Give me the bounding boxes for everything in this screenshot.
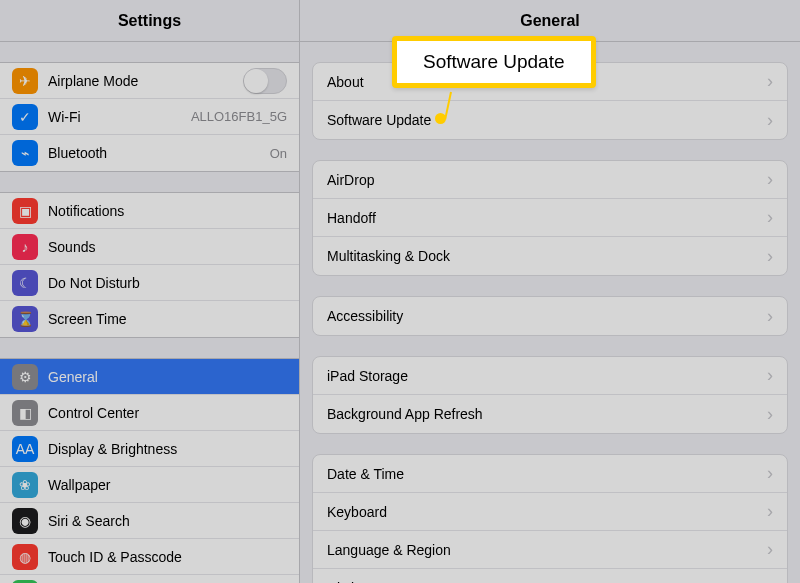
detail-group: Date & Time›Keyboard›Language & Region›D… bbox=[312, 454, 788, 583]
sidebar-item-screen-time[interactable]: ⌛Screen Time bbox=[0, 301, 299, 337]
sidebar-item-general[interactable]: ⚙General bbox=[0, 359, 299, 395]
sidebar-item-label: Airplane Mode bbox=[48, 73, 243, 89]
sidebar-item-detail: On bbox=[270, 146, 287, 161]
display-icon: AA bbox=[12, 436, 38, 462]
sidebar-title: Settings bbox=[0, 0, 299, 42]
chevron-right-icon: › bbox=[767, 539, 773, 560]
sidebar-item-label: Wallpaper bbox=[48, 477, 287, 493]
sidebar-item-touch-id-passcode[interactable]: ◍Touch ID & Passcode bbox=[0, 539, 299, 575]
detail-groups: About›Software Update›AirDrop›Handoff›Mu… bbox=[300, 62, 800, 583]
settings-sidebar: Settings ✈Airplane Mode✓Wi-FiALLO16FB1_5… bbox=[0, 0, 300, 583]
detail-row-label: iPad Storage bbox=[327, 368, 767, 384]
sidebar-item-sounds[interactable]: ♪Sounds bbox=[0, 229, 299, 265]
touchid-icon: ◍ bbox=[12, 544, 38, 570]
chevron-right-icon: › bbox=[767, 365, 773, 386]
chevron-right-icon: › bbox=[767, 463, 773, 484]
detail-row-keyboard[interactable]: Keyboard› bbox=[313, 493, 787, 531]
callout-software-update: Software Update bbox=[392, 36, 596, 88]
detail-group: iPad Storage›Background App Refresh› bbox=[312, 356, 788, 434]
detail-row-dictionary[interactable]: Dictionary› bbox=[313, 569, 787, 583]
screentime-icon: ⌛ bbox=[12, 306, 38, 332]
bluetooth-icon: ⌁ bbox=[12, 140, 38, 166]
sidebar-item-notifications[interactable]: ▣Notifications bbox=[0, 193, 299, 229]
sidebar-item-label: Touch ID & Passcode bbox=[48, 549, 287, 565]
chevron-right-icon: › bbox=[767, 404, 773, 425]
sidebar-item-label: Notifications bbox=[48, 203, 287, 219]
sidebar-item-display-brightness[interactable]: AADisplay & Brightness bbox=[0, 431, 299, 467]
airplane-icon: ✈ bbox=[12, 68, 38, 94]
sidebar-item-label: Wi-Fi bbox=[48, 109, 185, 125]
airplane-mode-toggle[interactable] bbox=[243, 68, 287, 94]
sidebar-item-label: Display & Brightness bbox=[48, 441, 287, 457]
sidebar-item-airplane-mode[interactable]: ✈Airplane Mode bbox=[0, 63, 299, 99]
general-icon: ⚙ bbox=[12, 364, 38, 390]
chevron-right-icon: › bbox=[767, 207, 773, 228]
sidebar-group: ⚙General◧Control CenterAADisplay & Brigh… bbox=[0, 358, 299, 583]
sidebar-item-siri-search[interactable]: ◉Siri & Search bbox=[0, 503, 299, 539]
sidebar-item-label: Bluetooth bbox=[48, 145, 264, 161]
siri-icon: ◉ bbox=[12, 508, 38, 534]
wallpaper-icon: ❀ bbox=[12, 472, 38, 498]
detail-row-software-update[interactable]: Software Update› bbox=[313, 101, 787, 139]
chevron-right-icon: › bbox=[767, 169, 773, 190]
sidebar-item-battery[interactable]: ▮Battery bbox=[0, 575, 299, 583]
chevron-right-icon: › bbox=[767, 578, 773, 584]
sidebar-group: ▣Notifications♪Sounds☾Do Not Disturb⌛Scr… bbox=[0, 192, 299, 338]
detail-row-label: Multitasking & Dock bbox=[327, 248, 767, 264]
detail-row-label: Language & Region bbox=[327, 542, 767, 558]
sidebar-item-wi-fi[interactable]: ✓Wi-FiALLO16FB1_5G bbox=[0, 99, 299, 135]
notifications-icon: ▣ bbox=[12, 198, 38, 224]
detail-row-label: Keyboard bbox=[327, 504, 767, 520]
detail-row-ipad-storage[interactable]: iPad Storage› bbox=[313, 357, 787, 395]
detail-row-airdrop[interactable]: AirDrop› bbox=[313, 161, 787, 199]
callout-pointer-dot bbox=[435, 113, 446, 124]
callout-label: Software Update bbox=[423, 51, 565, 72]
detail-row-label: Date & Time bbox=[327, 466, 767, 482]
detail-row-accessibility[interactable]: Accessibility› bbox=[313, 297, 787, 335]
sounds-icon: ♪ bbox=[12, 234, 38, 260]
detail-row-multitasking-dock[interactable]: Multitasking & Dock› bbox=[313, 237, 787, 275]
sidebar-item-control-center[interactable]: ◧Control Center bbox=[0, 395, 299, 431]
sidebar-item-label: Sounds bbox=[48, 239, 287, 255]
sidebar-item-label: Control Center bbox=[48, 405, 287, 421]
sidebar-item-wallpaper[interactable]: ❀Wallpaper bbox=[0, 467, 299, 503]
chevron-right-icon: › bbox=[767, 501, 773, 522]
chevron-right-icon: › bbox=[767, 246, 773, 267]
detail-row-label: AirDrop bbox=[327, 172, 767, 188]
detail-row-handoff[interactable]: Handoff› bbox=[313, 199, 787, 237]
chevron-right-icon: › bbox=[767, 71, 773, 92]
detail-row-label: Background App Refresh bbox=[327, 406, 767, 422]
sidebar-item-bluetooth[interactable]: ⌁BluetoothOn bbox=[0, 135, 299, 171]
detail-group: AirDrop›Handoff›Multitasking & Dock› bbox=[312, 160, 788, 276]
sidebar-item-label: Siri & Search bbox=[48, 513, 287, 529]
dnd-icon: ☾ bbox=[12, 270, 38, 296]
detail-row-date-time[interactable]: Date & Time› bbox=[313, 455, 787, 493]
sidebar-item-do-not-disturb[interactable]: ☾Do Not Disturb bbox=[0, 265, 299, 301]
detail-row-label: Software Update bbox=[327, 112, 767, 128]
controlcenter-icon: ◧ bbox=[12, 400, 38, 426]
settings-screen: Settings ✈Airplane Mode✓Wi-FiALLO16FB1_5… bbox=[0, 0, 800, 583]
detail-row-background-app-refresh[interactable]: Background App Refresh› bbox=[313, 395, 787, 433]
detail-row-label: Handoff bbox=[327, 210, 767, 226]
sidebar-groups: ✈Airplane Mode✓Wi-FiALLO16FB1_5G⌁Bluetoo… bbox=[0, 62, 299, 583]
chevron-right-icon: › bbox=[767, 306, 773, 327]
chevron-right-icon: › bbox=[767, 110, 773, 131]
sidebar-item-detail: ALLO16FB1_5G bbox=[191, 109, 287, 124]
detail-row-language-region[interactable]: Language & Region› bbox=[313, 531, 787, 569]
sidebar-group: ✈Airplane Mode✓Wi-FiALLO16FB1_5G⌁Bluetoo… bbox=[0, 62, 299, 172]
detail-group: Accessibility› bbox=[312, 296, 788, 336]
sidebar-item-label: Screen Time bbox=[48, 311, 287, 327]
sidebar-item-label: Do Not Disturb bbox=[48, 275, 287, 291]
wifi-icon: ✓ bbox=[12, 104, 38, 130]
detail-row-label: Accessibility bbox=[327, 308, 767, 324]
sidebar-item-label: General bbox=[48, 369, 287, 385]
